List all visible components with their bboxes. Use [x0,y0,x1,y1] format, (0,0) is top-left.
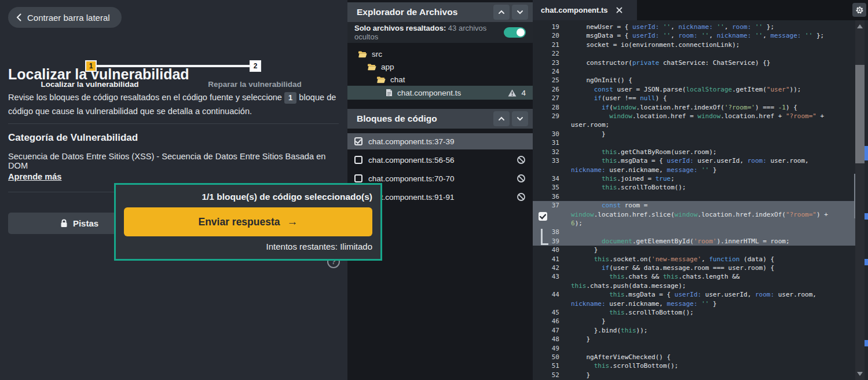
code-editor-panel: chat.component.ts 19 newUser = { userId:… [533,0,868,380]
code-line-27: 27 if(user !== null) { [533,94,855,103]
code-line-35: 35 this.scrollToBottom(); [533,183,855,192]
explorer-title: Explorador de Archivos [357,7,491,17]
tree-item-chat-component-ts[interactable]: chat.component.ts4 [347,86,533,100]
learn-more-link[interactable]: Aprende más [8,172,61,181]
code-text: newUser = { userId: '', nickname: '', ro… [571,23,837,31]
blocks-collapse-down-button[interactable] [512,111,528,126]
ruler-annotation-marker [865,213,868,220]
line-number: 34 [533,174,571,183]
line-number: 42 [533,264,571,272]
code-line-31: 31 [533,138,855,147]
code-text: if(user && data.message.room === user.ro… [571,264,837,272]
line-number: 44 [533,290,571,308]
filter-label-bold: Solo archivos resaltados: [354,24,446,32]
close-icon[interactable] [616,7,622,13]
line-number: 24 [533,67,571,76]
line-number: 41 [533,255,571,264]
code-line-52: 52 } [533,371,855,379]
tree-item-src[interactable]: src [347,48,533,60]
blocks-header: Bloques de código [347,109,533,129]
code-text: window.location.href = window.location.h… [571,112,837,130]
line-number: 36 [533,192,571,201]
code-text: ngAfterViewChecked() { [571,353,837,361]
warning-icon [508,89,517,97]
blocks-title: Bloques de código [357,114,491,124]
tab-chat-component[interactable]: chat.component.ts [533,0,637,20]
checkbox-checked[interactable] [354,137,362,145]
line-number: 26 [533,85,571,94]
scroll-down-arrow[interactable] [857,372,863,376]
code-line-40: 40 } [533,246,855,254]
code-text [571,49,837,58]
tree-item-app[interactable]: app [347,60,533,73]
not-allowed-icon [517,192,526,202]
code-block-item[interactable]: chat.component.ts:56-56 [347,152,533,168]
submit-answer-label: Enviar respuesta [198,216,280,228]
code-line-38: 38 [533,228,855,236]
check-icon [540,214,546,220]
explorer-header: Explorador de Archivos [347,2,533,22]
code-text [571,67,837,76]
code-line-19: 19 newUser = { userId: '', nickname: '',… [533,23,855,31]
tree-item-chat[interactable]: chat [347,73,533,86]
block-range-bracket [541,229,548,245]
tree-item-label: src [372,50,382,59]
code-line-50: 50 ngAfterViewChecked() { [533,353,855,361]
line-number: 21 [533,41,571,49]
line-number: 39 [533,237,571,246]
code-line-43: 43 this.chats && this.chats.length && th… [533,272,855,290]
code-line-21: 21 socket = io(environment.connectionLin… [533,41,855,49]
line-number: 33 [533,156,571,174]
line-number: 32 [533,148,571,156]
code-line-46: 46 } [533,317,855,326]
vulnerability-category-value: Secuencia de Datos Entre Sitios (XSS) - … [8,152,343,170]
block-checkbox-checked[interactable] [539,212,547,221]
toggle-knob [517,28,525,36]
highlighted-files-toggle[interactable] [504,27,526,38]
file-icon [386,89,393,97]
line-number: 28 [533,103,571,112]
code-text: this.scrollToBottom(); [571,361,837,370]
code-line-30: 30 } [533,130,855,138]
code-text: this.scrollToBottom(); [571,183,837,192]
explorer-collapse-down-button[interactable] [512,5,528,20]
line-number: 29 [533,112,571,130]
scroll-up-arrow[interactable] [857,24,863,28]
code-line-26: 26 const user = JSON.parse(localStorage.… [533,85,855,94]
code-text: } [571,130,837,138]
code-block-label: chat.component.ts:56-56 [368,156,455,165]
checkbox-unchecked[interactable] [354,156,362,164]
highlighted-code-block-37-39[interactable]: 37 const room = window.location.href.sli… [533,201,855,246]
code-line-37: 37 const room = window.location.href.sli… [533,201,855,228]
line-number: 23 [533,59,571,67]
chevron-up-icon [498,116,505,121]
code-text: socket = io(environment.connectionLink); [571,41,837,49]
code-text: if(window.location.href.indexOf('?room='… [571,103,837,112]
line-number: 45 [533,308,571,317]
code-block-item[interactable]: chat.component.ts:37-39 [347,133,533,149]
scrollbar-thumb[interactable] [855,65,865,163]
line-number: 31 [533,138,571,147]
explorer-collapse-up-button[interactable] [493,5,510,20]
collapse-sidebar-button[interactable]: Contraer barra lateral [8,7,122,28]
code-block-label: chat.component.ts:37-39 [368,137,455,146]
code-line-36: 36 [533,192,855,201]
editor-scrollbar[interactable] [855,20,865,380]
code-block-label: chat.component.ts:70-70 [368,174,455,183]
code-text: const room = window.location.href.slice(… [571,201,837,228]
line-number: 40 [533,246,571,254]
editor-tab-bar: chat.component.ts [533,0,868,20]
not-allowed-icon [517,155,526,165]
code-text: this.getChatByRoom(user.room); [571,148,837,156]
checkbox-unchecked[interactable] [354,174,362,182]
line-number: 49 [533,344,571,353]
line-number: 19 [533,23,571,31]
blocks-collapse-up-button[interactable] [493,111,510,126]
submit-answer-button[interactable]: Enviar respuesta → [124,207,372,236]
issue-count-badge: 4 [521,89,526,97]
code-line-45: 45 this.scrollToBottom(); [533,308,855,317]
line-number: 51 [533,361,571,370]
code-text: } [571,246,837,254]
code-line-25: 25 ngOnInit() { [533,76,855,85]
line-number: 30 [533,130,571,138]
